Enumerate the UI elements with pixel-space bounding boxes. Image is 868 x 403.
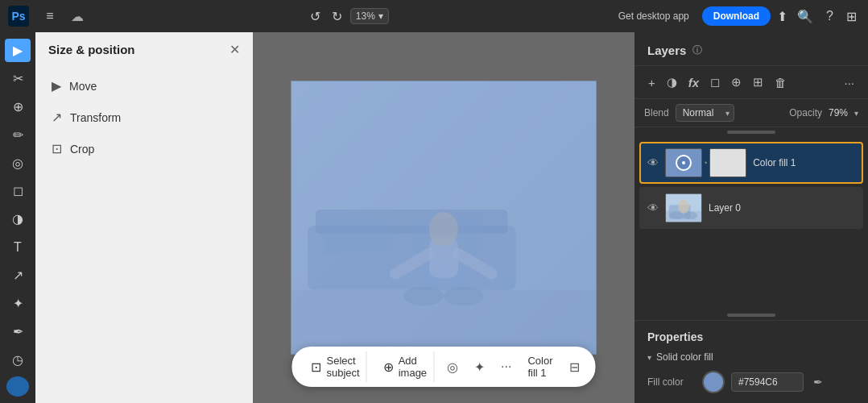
topbar-actions: Get desktop app Download ⬆ 🔍 ? ⊞ xyxy=(612,6,860,27)
layer-item-color-fill[interactable]: 👁 • Color fill 1 xyxy=(639,142,863,184)
search-button[interactable]: 🔍 xyxy=(794,6,816,27)
layers-info-icon[interactable]: ⓘ xyxy=(692,44,702,57)
scrollbar-thumb-top xyxy=(727,131,775,134)
get-desktop-app-button[interactable]: Get desktop app xyxy=(612,7,696,25)
layers-list: 👁 • Color fill 1 👁 xyxy=(634,137,868,310)
bottom-settings-button[interactable]: ⊟ xyxy=(566,356,583,378)
select-subject-label: Select subject xyxy=(326,355,359,379)
layer-thumb-photo-svg xyxy=(666,193,701,222)
layer-visibility-button-1[interactable]: 👁 xyxy=(647,202,659,214)
crop-tool-label: Crop xyxy=(70,143,94,156)
canvas-image xyxy=(291,81,597,355)
layers-header: Layers ⓘ xyxy=(634,32,868,66)
opacity-label: Opacity xyxy=(789,107,822,118)
fill-hex-input[interactable] xyxy=(731,372,804,392)
crop-tool-item[interactable]: ⊡ Crop xyxy=(35,133,253,164)
layer-thumb-wrapper-0: • xyxy=(665,148,746,177)
select-subject-button[interactable]: ⊡ Select subject xyxy=(304,351,366,382)
layers-more-button[interactable]: ··· xyxy=(840,73,858,92)
zoom-chevron-icon: ▾ xyxy=(378,10,383,22)
add-layer-button[interactable]: + xyxy=(644,73,659,92)
properties-panel: Properties ▾ Solid color fill Fill color… xyxy=(634,320,868,403)
zoom-value: 13% xyxy=(356,10,375,22)
select-subject-icon: ⊡ xyxy=(311,359,321,375)
layer-thumb-white xyxy=(709,148,746,177)
bottom-bar: ⊡ Select subject ⊕ Add image ◎ ✦ ··· Col… xyxy=(291,347,595,387)
opacity-chevron-button[interactable]: ▾ xyxy=(854,109,858,118)
help-button[interactable]: ? xyxy=(823,6,837,27)
crop-tool-icon: ⊡ xyxy=(52,141,62,156)
brush-tool-button[interactable]: ✏ xyxy=(5,123,31,147)
selection-tool-button[interactable]: ▶ xyxy=(5,39,31,62)
transform-tool-item[interactable]: ↗ Transform xyxy=(35,102,253,133)
mask-button[interactable]: ◻ xyxy=(706,73,724,92)
redo-button[interactable]: ↻ xyxy=(329,6,345,27)
group-layers-button[interactable]: ⊞ xyxy=(749,73,767,92)
apps-button[interactable]: ⊞ xyxy=(843,6,860,27)
right-panel: Layers ⓘ + ◑ fx ◻ ⊕ ⊞ 🗑 ··· Blend Normal… xyxy=(634,32,868,403)
ps-logo: Ps xyxy=(8,6,29,27)
main-area: ▶ ✂ ⊕ ✏ ◎ ◻ ◑ T ↗ ✦ ✒ ◷ Size & position … xyxy=(0,32,868,403)
undo-button[interactable]: ↺ xyxy=(307,6,324,27)
layer-name-0: Color fill 1 xyxy=(753,157,855,168)
tool-list: ▶ Move ↗ Transform ⊡ Crop xyxy=(35,64,253,171)
share-button[interactable]: ⬆ xyxy=(777,9,787,24)
svg-point-19 xyxy=(678,199,688,213)
foreground-color-button[interactable] xyxy=(6,376,29,397)
bottom-circle-button[interactable]: ◎ xyxy=(444,356,461,378)
side-panel-title: Size & position xyxy=(48,43,135,56)
blend-mode-select[interactable]: Normal xyxy=(676,104,734,122)
bottom-layer-label: Color fill 1 xyxy=(524,355,556,379)
type-tool-button[interactable]: T xyxy=(5,235,31,259)
left-toolbar: ▶ ✂ ⊕ ✏ ◎ ◻ ◑ T ↗ ✦ ✒ ◷ xyxy=(0,32,35,403)
delete-layer-button[interactable]: 🗑 xyxy=(771,73,791,92)
move-tool-item[interactable]: ▶ Move xyxy=(35,70,253,102)
hamburger-menu-button[interactable]: ≡ xyxy=(37,3,63,29)
blend-label: Blend xyxy=(644,107,669,118)
cloud-icon: ☁ xyxy=(71,9,84,24)
scrollbar-thumb-bottom xyxy=(727,314,775,317)
bottom-more-button[interactable]: ··· xyxy=(498,356,515,377)
fx-button[interactable]: fx xyxy=(684,73,703,92)
add-image-label: Add image xyxy=(399,355,427,379)
side-panel: Size & position ✕ ▶ Move ↗ Transform ⊡ C… xyxy=(35,32,253,403)
fill-color-swatch[interactable] xyxy=(702,371,725,393)
scrollbar-top xyxy=(634,127,868,137)
healing-tool-button[interactable]: ⊕ xyxy=(5,95,31,118)
topbar: Ps ≡ ☁ ↺ ↻ 13% ▾ Get desktop app Downloa… xyxy=(0,0,868,32)
topbar-left: Ps ≡ ☁ xyxy=(8,3,84,29)
canvas-overlay xyxy=(291,81,597,355)
smart-object-button[interactable]: ⊕ xyxy=(727,73,746,92)
fill-color-row: Fill color ✒ xyxy=(647,371,855,393)
adjustment-layer-button[interactable]: ◑ xyxy=(663,73,681,92)
bottom-sparkle-button[interactable]: ✦ xyxy=(471,356,488,378)
opacity-value: 79% xyxy=(829,107,848,118)
close-panel-button[interactable]: ✕ xyxy=(229,42,240,57)
clone-tool-button[interactable]: ◎ xyxy=(5,152,31,175)
canvas-wrapper xyxy=(291,81,597,355)
svg-point-20 xyxy=(670,212,684,220)
topbar-center: ↺ ↻ 13% ▾ xyxy=(90,6,606,27)
layer-visibility-button-0[interactable]: 👁 xyxy=(647,156,659,169)
eyedropper-tool-button[interactable]: ◷ xyxy=(5,348,31,372)
smart-tool-button[interactable]: ✦ xyxy=(5,292,31,315)
properties-title: Properties xyxy=(647,330,855,343)
scrollbar-bottom xyxy=(634,310,868,320)
blend-select-wrapper: Normal ▾ xyxy=(676,104,734,122)
layers-title: Layers xyxy=(647,44,686,57)
section-title: Solid color fill xyxy=(656,351,713,363)
transform-tool-button[interactable]: ↗ xyxy=(5,264,31,287)
eraser-tool-button[interactable]: ◻ xyxy=(5,179,31,202)
zoom-selector[interactable]: 13% ▾ xyxy=(350,8,389,24)
layer-item-layer0[interactable]: 👁 Layer 0 xyxy=(639,187,863,229)
transform-tool-icon: ↗ xyxy=(52,110,62,125)
move-tool-icon: ▶ xyxy=(52,78,61,93)
crop-tool-button[interactable]: ✂ xyxy=(5,67,31,90)
section-chevron-icon[interactable]: ▾ xyxy=(647,353,651,362)
solid-color-section-header: ▾ Solid color fill xyxy=(647,351,855,363)
eyedropper-button[interactable]: ✒ xyxy=(810,372,826,392)
pen-tool-button[interactable]: ✒ xyxy=(5,320,31,343)
gradient-tool-button[interactable]: ◑ xyxy=(5,207,31,231)
download-button[interactable]: Download xyxy=(702,6,771,26)
add-image-button[interactable]: ⊕ Add image xyxy=(377,351,434,382)
